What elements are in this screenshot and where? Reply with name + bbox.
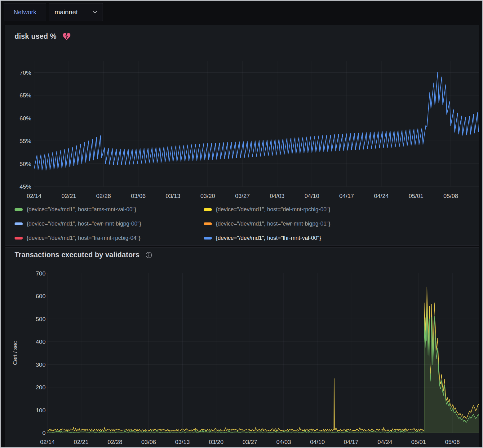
legend-label: {device="/dev/md1", host="lhr-mnt-val-00… bbox=[216, 235, 321, 241]
grafana-dashboard: Network mainnet disk used % 45%50%55%60%… bbox=[0, 0, 483, 448]
y-tick-label: 200 bbox=[36, 384, 46, 391]
y-tick-label: 100 bbox=[36, 407, 46, 414]
legend-label: {device="/dev/md1", host="ewr-mnt-bigpg-… bbox=[216, 221, 330, 227]
x-tick-label: 05/08 bbox=[443, 193, 458, 199]
x-tick-label: 04/10 bbox=[304, 193, 319, 199]
legend-item[interactable]: {device="/dev/md1", host="lhr-mnt-val-00… bbox=[204, 234, 330, 242]
y-tick-label: 600 bbox=[36, 293, 46, 299]
y-tick-label: 65% bbox=[20, 92, 31, 99]
x-tick-label: 03/13 bbox=[175, 439, 190, 445]
y-tick-label: 400 bbox=[36, 338, 46, 345]
x-tick-label: 02/21 bbox=[61, 193, 76, 199]
legend-swatch bbox=[204, 237, 212, 240]
panel-title[interactable]: Transactions executed by validators bbox=[15, 251, 140, 259]
x-tick-label: 05/01 bbox=[409, 193, 423, 199]
x-tick-label: 02/21 bbox=[74, 439, 89, 445]
series-line-yellow-series bbox=[47, 287, 479, 431]
legend-swatch bbox=[204, 208, 212, 211]
y-tick-label: 60% bbox=[20, 115, 31, 122]
y-tick-label: 45% bbox=[20, 183, 31, 190]
legend-label: {device="/dev/md1", host="ewr-mnt-bigpg-… bbox=[27, 221, 141, 227]
panel-disk-header[interactable]: disk used % bbox=[15, 32, 71, 41]
y-tick-label: 0 bbox=[42, 430, 46, 436]
network-value-text: mainnet bbox=[55, 8, 78, 16]
legend-item[interactable]: {device="/dev/md1", host="ams-mnt-val-00… bbox=[15, 206, 201, 213]
x-tick-label: 03/06 bbox=[131, 193, 146, 199]
info-icon[interactable] bbox=[145, 251, 153, 259]
series-fill-green-series bbox=[47, 306, 479, 433]
panel-transactions-header[interactable]: Transactions executed by validators bbox=[15, 251, 153, 259]
network-variable-label: Network bbox=[4, 3, 46, 21]
legend-label: {device="/dev/md1", host="del-mnt-rpcbig… bbox=[216, 206, 330, 213]
y-axis-title: Cert / sec bbox=[12, 341, 18, 365]
legend-item[interactable]: {device="/dev/md1", host="del-mnt-rpcbig… bbox=[204, 206, 330, 213]
y-tick-label: 70% bbox=[20, 69, 31, 76]
x-tick-label: 05/01 bbox=[411, 439, 426, 445]
x-tick-label: 02/14 bbox=[40, 439, 55, 445]
y-tick-label: 700 bbox=[36, 270, 46, 277]
legend-swatch bbox=[15, 208, 23, 211]
disk-used-chart[interactable]: 45%50%55%60%65%70%02/1402/2102/2803/0603… bbox=[5, 55, 479, 201]
x-tick-label: 04/03 bbox=[270, 193, 285, 199]
x-tick-label: 04/03 bbox=[276, 439, 291, 445]
legend-swatch bbox=[15, 222, 23, 225]
x-tick-label: 02/14 bbox=[27, 193, 42, 199]
x-tick-label: 02/28 bbox=[108, 439, 122, 445]
legend-label: {device="/dev/md1", host="fra-mnt-rpcbig… bbox=[27, 235, 140, 241]
legend-item[interactable]: {device="/dev/md1", host="ewr-mnt-bigpg-… bbox=[204, 220, 330, 227]
y-tick-label: 500 bbox=[36, 316, 46, 322]
series-fill-yellow-series bbox=[47, 287, 479, 433]
x-tick-label: 03/13 bbox=[166, 193, 180, 199]
panel-disk-used: disk used % 45%50%55%60%65%70%02/1402/21… bbox=[5, 25, 479, 246]
x-tick-label: 04/17 bbox=[344, 439, 359, 445]
x-tick-label: 03/27 bbox=[242, 439, 257, 445]
legend-swatch bbox=[204, 222, 212, 225]
x-tick-label: 04/24 bbox=[378, 439, 392, 445]
x-tick-label: 03/27 bbox=[235, 193, 250, 199]
x-tick-label: 04/17 bbox=[339, 193, 354, 199]
legend-item[interactable]: {device="/dev/md1", host="fra-mnt-rpcbig… bbox=[15, 234, 201, 242]
series-line-{device="/dev/md1", host="lhr-mnt-val-00"} bbox=[34, 72, 479, 170]
network-variable-dropdown[interactable]: mainnet bbox=[49, 3, 103, 21]
legend-item[interactable]: {device="/dev/md1", host="ewr-mnt-bigpg-… bbox=[15, 220, 201, 227]
x-tick-label: 03/06 bbox=[141, 439, 156, 445]
x-tick-label: 04/10 bbox=[310, 439, 325, 445]
legend-label: {device="/dev/md1", host="ams-mnt-val-00… bbox=[27, 206, 136, 213]
y-tick-label: 300 bbox=[36, 361, 46, 368]
transactions-chart[interactable]: 010020030040050060070002/1402/2102/2803/… bbox=[5, 263, 479, 448]
y-tick-label: 50% bbox=[20, 161, 31, 167]
x-tick-label: 02/28 bbox=[96, 193, 111, 199]
legend-swatch bbox=[15, 237, 23, 240]
x-tick-label: 05/08 bbox=[445, 439, 460, 445]
panel-transactions: Transactions executed by validators 0100… bbox=[5, 247, 479, 448]
panel-title[interactable]: disk used % bbox=[15, 32, 56, 41]
x-tick-label: 03/20 bbox=[200, 193, 215, 199]
broken-heart-icon bbox=[62, 32, 71, 41]
x-tick-label: 04/24 bbox=[374, 193, 389, 199]
network-label-text: Network bbox=[14, 9, 36, 16]
y-tick-label: 55% bbox=[20, 138, 31, 144]
disk-chart-legend: {device="/dev/md1", host="ams-mnt-val-00… bbox=[15, 206, 330, 242]
chevron-down-icon bbox=[93, 11, 97, 14]
series-line-green-series bbox=[47, 306, 479, 432]
x-tick-label: 03/20 bbox=[209, 439, 224, 445]
